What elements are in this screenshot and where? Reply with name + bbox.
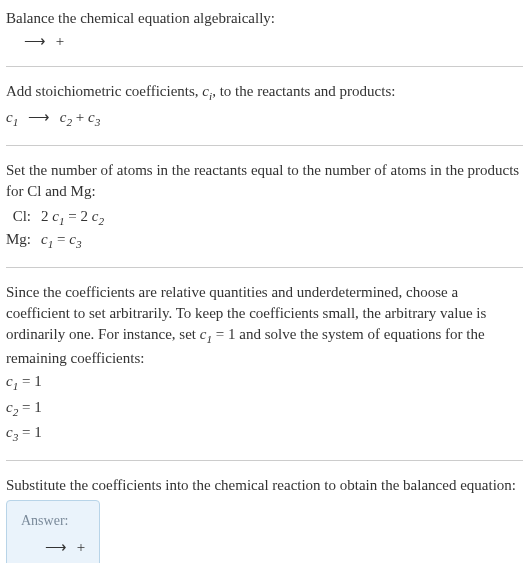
c1-var: c — [6, 109, 13, 125]
c-sub: 2 — [98, 215, 104, 227]
coeff-intro-b: , to the reactants and products: — [212, 83, 395, 99]
c1-sub: 1 — [13, 116, 19, 128]
atoms-row-mg: Mg: c1 = c3 — [6, 229, 104, 253]
coeff-intro-a: Add stoichiometric coefficients, — [6, 83, 202, 99]
atoms-row-cl: Cl: 2 c1 = 2 c2 — [6, 206, 104, 230]
c-var: c — [52, 208, 59, 224]
substitute-intro: Substitute the coefficients into the che… — [6, 475, 523, 496]
atoms-eq-mg: c1 = c3 — [41, 229, 104, 253]
eq-rest: = 1 — [18, 373, 41, 389]
section-balance: Balance the chemical equation algebraica… — [6, 8, 523, 52]
eq-rest: = 1 — [18, 399, 41, 415]
eq-rhs: + — [56, 33, 64, 49]
eq-rhs: + — [77, 539, 85, 555]
coef: 2 — [41, 208, 52, 224]
c3-sub: 3 — [95, 116, 101, 128]
arrow-icon: ⟶ — [24, 31, 46, 52]
solve-eq3: c3 = 1 — [6, 422, 523, 446]
c-var: c — [69, 231, 76, 247]
c-var: c — [6, 399, 13, 415]
c2-sub: 2 — [66, 116, 72, 128]
atoms-intro: Set the number of atoms in the reactants… — [6, 160, 523, 202]
divider — [6, 145, 523, 146]
balance-title: Balance the chemical equation algebraica… — [6, 8, 523, 29]
atoms-eq-cl: 2 c1 = 2 c2 — [41, 206, 104, 230]
arrow-icon: ⟶ — [28, 107, 50, 128]
divider — [6, 460, 523, 461]
eq-rest: = 1 — [18, 424, 41, 440]
solve-eq1: c1 = 1 — [6, 371, 523, 395]
section-substitute: Substitute the coefficients into the che… — [6, 475, 523, 563]
equals: = — [65, 208, 81, 224]
ci-var: c — [202, 83, 209, 99]
c-var: c — [6, 373, 13, 389]
section-atoms: Set the number of atoms in the reactants… — [6, 160, 523, 254]
divider — [6, 66, 523, 67]
atoms-table: Cl: 2 c1 = 2 c2 Mg: c1 = c3 — [6, 206, 104, 254]
atoms-label-cl: Cl: — [6, 206, 41, 230]
solve-intro: Since the coefficients are relative quan… — [6, 282, 523, 369]
section-solve: Since the coefficients are relative quan… — [6, 282, 523, 446]
c-var: c — [6, 424, 13, 440]
coef: 2 — [81, 208, 92, 224]
atoms-label-mg: Mg: — [6, 229, 41, 253]
c-var: c — [41, 231, 48, 247]
section-coefficients: Add stoichiometric coefficients, ci, to … — [6, 81, 523, 131]
equals: = — [53, 231, 69, 247]
answer-equation: ⟶ + — [21, 537, 85, 558]
arrow-icon: ⟶ — [45, 537, 67, 558]
plus: + — [76, 109, 88, 125]
solve-eq2: c2 = 1 — [6, 397, 523, 421]
answer-box: Answer: ⟶ + — [6, 500, 100, 563]
divider — [6, 267, 523, 268]
c-sub: 3 — [76, 238, 82, 250]
answer-label: Answer: — [21, 511, 85, 531]
coeff-equation: c1 ⟶ c2 + c3 — [6, 107, 523, 131]
c3-var: c — [88, 109, 95, 125]
balance-equation: ⟶ + — [6, 31, 523, 52]
coeff-intro: Add stoichiometric coefficients, ci, to … — [6, 81, 523, 105]
